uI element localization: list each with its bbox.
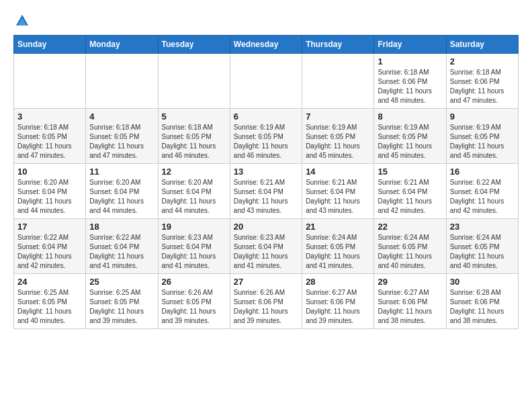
day-number: 11 <box>89 167 154 177</box>
day-number: 14 <box>306 167 370 177</box>
day-info: Sunrise: 6:19 AMSunset: 6:05 PMDaylight:… <box>378 123 442 161</box>
calendar-cell: 7Sunrise: 6:19 AMSunset: 6:05 PMDaylight… <box>302 109 374 164</box>
day-info: Sunrise: 6:20 AMSunset: 6:04 PMDaylight:… <box>17 178 82 216</box>
day-info: Sunrise: 6:21 AMSunset: 6:04 PMDaylight:… <box>234 178 298 216</box>
weekday-header-monday: Monday <box>86 36 158 54</box>
day-number: 15 <box>378 167 442 177</box>
day-number: 22 <box>378 222 442 232</box>
calendar-cell <box>302 54 374 109</box>
calendar-cell: 19Sunrise: 6:23 AMSunset: 6:04 PMDayligh… <box>158 219 230 274</box>
day-info: Sunrise: 6:28 AMSunset: 6:06 PMDaylight:… <box>450 288 515 326</box>
day-info: Sunrise: 6:25 AMSunset: 6:05 PMDaylight:… <box>89 288 154 326</box>
weekday-header-wednesday: Wednesday <box>230 36 302 54</box>
calendar-cell: 16Sunrise: 6:22 AMSunset: 6:04 PMDayligh… <box>446 164 518 219</box>
calendar-cell: 12Sunrise: 6:20 AMSunset: 6:04 PMDayligh… <box>158 164 230 219</box>
day-number: 25 <box>89 277 154 287</box>
day-number: 4 <box>89 111 154 122</box>
day-number: 30 <box>450 277 515 287</box>
day-number: 3 <box>17 111 82 122</box>
day-info: Sunrise: 6:27 AMSunset: 6:06 PMDaylight:… <box>378 288 442 326</box>
calendar-cell: 26Sunrise: 6:26 AMSunset: 6:05 PMDayligh… <box>158 274 230 329</box>
weekday-header-sunday: Sunday <box>14 36 86 54</box>
calendar-cell: 4Sunrise: 6:18 AMSunset: 6:05 PMDaylight… <box>86 109 158 164</box>
day-info: Sunrise: 6:22 AMSunset: 6:04 PMDaylight:… <box>450 178 515 216</box>
calendar-cell: 11Sunrise: 6:20 AMSunset: 6:04 PMDayligh… <box>86 164 158 219</box>
calendar-week-1: 1Sunrise: 6:18 AMSunset: 6:06 PMDaylight… <box>14 54 519 109</box>
calendar-week-2: 3Sunrise: 6:18 AMSunset: 6:05 PMDaylight… <box>14 109 519 164</box>
calendar-cell: 8Sunrise: 6:19 AMSunset: 6:05 PMDaylight… <box>374 109 446 164</box>
day-number: 2 <box>450 56 515 66</box>
calendar-cell: 29Sunrise: 6:27 AMSunset: 6:06 PMDayligh… <box>374 274 446 329</box>
calendar-cell: 9Sunrise: 6:19 AMSunset: 6:05 PMDaylight… <box>446 109 518 164</box>
day-number: 13 <box>234 167 298 177</box>
day-number: 27 <box>234 277 298 287</box>
weekday-header-saturday: Saturday <box>446 36 518 54</box>
day-info: Sunrise: 6:20 AMSunset: 6:04 PMDaylight:… <box>89 178 154 216</box>
day-number: 23 <box>450 222 515 232</box>
day-number: 20 <box>234 222 298 232</box>
day-info: Sunrise: 6:21 AMSunset: 6:04 PMDaylight:… <box>378 178 442 216</box>
day-info: Sunrise: 6:18 AMSunset: 6:05 PMDaylight:… <box>89 123 154 161</box>
day-info: Sunrise: 6:23 AMSunset: 6:04 PMDaylight:… <box>234 233 298 271</box>
day-number: 16 <box>450 167 515 177</box>
day-info: Sunrise: 6:22 AMSunset: 6:04 PMDaylight:… <box>89 233 154 271</box>
calendar-cell: 23Sunrise: 6:24 AMSunset: 6:05 PMDayligh… <box>446 219 518 274</box>
calendar-cell <box>230 54 302 109</box>
page: SundayMondayTuesdayWednesdayThursdayFrid… <box>0 0 532 336</box>
calendar-week-3: 10Sunrise: 6:20 AMSunset: 6:04 PMDayligh… <box>14 164 519 219</box>
day-info: Sunrise: 6:26 AMSunset: 6:06 PMDaylight:… <box>234 288 298 326</box>
day-number: 26 <box>162 277 226 287</box>
calendar-header-row: SundayMondayTuesdayWednesdayThursdayFrid… <box>14 36 519 54</box>
day-info: Sunrise: 6:18 AMSunset: 6:06 PMDaylight:… <box>378 68 442 105</box>
logo-icon <box>15 13 30 28</box>
day-number: 9 <box>450 111 515 122</box>
day-info: Sunrise: 6:18 AMSunset: 6:06 PMDaylight:… <box>450 68 515 105</box>
calendar-cell: 24Sunrise: 6:25 AMSunset: 6:05 PMDayligh… <box>14 274 86 329</box>
day-number: 8 <box>378 111 442 122</box>
calendar-cell: 22Sunrise: 6:24 AMSunset: 6:05 PMDayligh… <box>374 219 446 274</box>
day-number: 19 <box>162 222 226 232</box>
day-info: Sunrise: 6:23 AMSunset: 6:04 PMDaylight:… <box>162 233 226 271</box>
day-number: 5 <box>162 111 226 122</box>
calendar-cell: 5Sunrise: 6:18 AMSunset: 6:05 PMDaylight… <box>158 109 230 164</box>
day-number: 24 <box>17 277 82 287</box>
weekday-header-thursday: Thursday <box>302 36 374 54</box>
calendar-cell: 2Sunrise: 6:18 AMSunset: 6:06 PMDaylight… <box>446 54 518 109</box>
day-info: Sunrise: 6:21 AMSunset: 6:04 PMDaylight:… <box>306 178 370 216</box>
calendar-cell <box>86 54 158 109</box>
calendar-cell: 30Sunrise: 6:28 AMSunset: 6:06 PMDayligh… <box>446 274 518 329</box>
calendar-cell: 25Sunrise: 6:25 AMSunset: 6:05 PMDayligh… <box>86 274 158 329</box>
day-number: 21 <box>306 222 370 232</box>
day-info: Sunrise: 6:19 AMSunset: 6:05 PMDaylight:… <box>234 123 298 161</box>
day-info: Sunrise: 6:25 AMSunset: 6:05 PMDaylight:… <box>17 288 82 326</box>
day-info: Sunrise: 6:18 AMSunset: 6:05 PMDaylight:… <box>162 123 226 161</box>
day-info: Sunrise: 6:20 AMSunset: 6:04 PMDaylight:… <box>162 178 226 216</box>
calendar-cell: 1Sunrise: 6:18 AMSunset: 6:06 PMDaylight… <box>374 54 446 109</box>
weekday-header-tuesday: Tuesday <box>158 36 230 54</box>
calendar-table: SundayMondayTuesdayWednesdayThursdayFrid… <box>13 35 519 329</box>
calendar-cell: 3Sunrise: 6:18 AMSunset: 6:05 PMDaylight… <box>14 109 86 164</box>
day-number: 7 <box>306 111 370 122</box>
calendar-week-5: 24Sunrise: 6:25 AMSunset: 6:05 PMDayligh… <box>14 274 519 329</box>
day-number: 6 <box>234 111 298 122</box>
calendar-cell: 14Sunrise: 6:21 AMSunset: 6:04 PMDayligh… <box>302 164 374 219</box>
calendar-cell: 28Sunrise: 6:27 AMSunset: 6:06 PMDayligh… <box>302 274 374 329</box>
calendar-cell: 15Sunrise: 6:21 AMSunset: 6:04 PMDayligh… <box>374 164 446 219</box>
day-info: Sunrise: 6:19 AMSunset: 6:05 PMDaylight:… <box>306 123 370 161</box>
day-info: Sunrise: 6:24 AMSunset: 6:05 PMDaylight:… <box>306 233 370 271</box>
day-number: 17 <box>17 222 82 232</box>
weekday-header-friday: Friday <box>374 36 446 54</box>
calendar-cell: 18Sunrise: 6:22 AMSunset: 6:04 PMDayligh… <box>86 219 158 274</box>
logo <box>13 13 30 28</box>
day-number: 10 <box>17 167 82 177</box>
day-info: Sunrise: 6:24 AMSunset: 6:05 PMDaylight:… <box>450 233 515 271</box>
day-info: Sunrise: 6:19 AMSunset: 6:05 PMDaylight:… <box>450 123 515 161</box>
day-info: Sunrise: 6:24 AMSunset: 6:05 PMDaylight:… <box>378 233 442 271</box>
calendar-cell: 10Sunrise: 6:20 AMSunset: 6:04 PMDayligh… <box>14 164 86 219</box>
header <box>13 13 519 28</box>
calendar-cell: 20Sunrise: 6:23 AMSunset: 6:04 PMDayligh… <box>230 219 302 274</box>
calendar-cell: 13Sunrise: 6:21 AMSunset: 6:04 PMDayligh… <box>230 164 302 219</box>
day-number: 12 <box>162 167 226 177</box>
day-number: 28 <box>306 277 370 287</box>
day-number: 1 <box>378 56 442 66</box>
